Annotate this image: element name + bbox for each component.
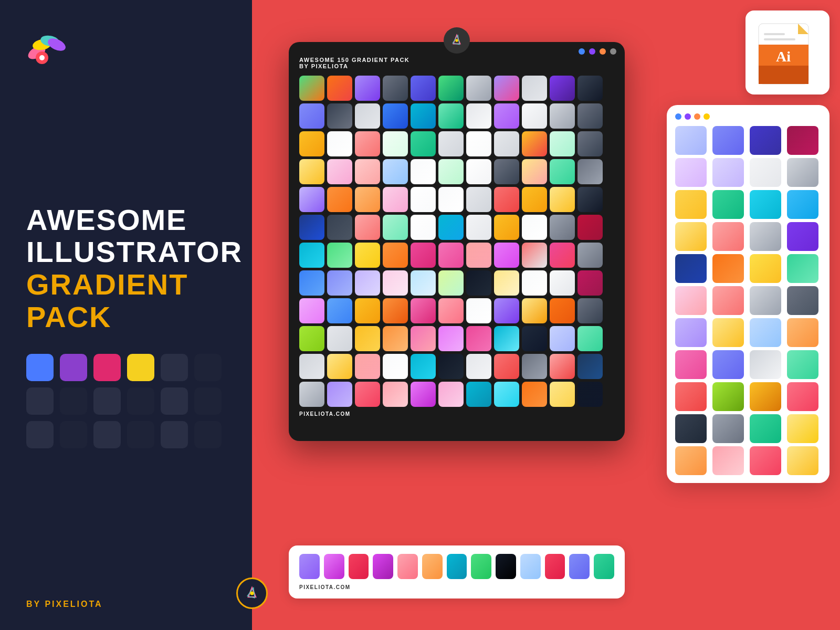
grad-swatch [550, 76, 575, 101]
bottom-swatch [373, 554, 393, 579]
grad-swatch [411, 215, 436, 240]
bottom-swatch [397, 554, 418, 579]
right-panel: Ai AWESOME 150 GRADIENT PACK BY PIXELIOT… [252, 0, 840, 630]
grad-swatch [494, 103, 519, 129]
grad-swatch [383, 103, 408, 129]
white-gradient-panel [667, 105, 830, 483]
white-grad-swatch [750, 350, 781, 379]
grad-swatch [438, 270, 464, 296]
grad-swatch [578, 159, 603, 184]
white-grad-swatch [712, 382, 744, 411]
bottom-swatch [471, 554, 491, 579]
grad-swatch [411, 131, 436, 156]
title-line-2: ILLUSTRATOR [26, 236, 226, 268]
grad-swatch [299, 103, 324, 129]
white-grad-swatch [787, 414, 818, 443]
grad-swatch [550, 354, 575, 379]
grad-swatch [438, 354, 464, 379]
grad-swatch [327, 103, 352, 129]
swatch-dark14 [194, 421, 222, 448]
white-grad-swatch [675, 318, 707, 347]
grad-swatch [438, 187, 464, 212]
swatch-dark4 [60, 387, 87, 415]
bottom-swatch [349, 554, 369, 579]
grad-swatch [355, 159, 380, 184]
grad-swatch [327, 243, 352, 268]
grad-swatch [411, 298, 436, 323]
grad-swatch [494, 243, 519, 268]
white-grad-swatch [750, 190, 781, 219]
grad-swatch [494, 159, 519, 184]
grad-swatch [438, 326, 464, 351]
grad-swatch [438, 76, 464, 101]
grad-swatch [383, 326, 408, 351]
grad-swatch [578, 187, 603, 212]
grad-swatch [438, 159, 464, 184]
grad-swatch [355, 270, 380, 296]
grad-swatch [466, 382, 491, 407]
white-grad-swatch [787, 382, 818, 411]
grad-swatch [522, 131, 547, 156]
white-grad-swatch [712, 254, 744, 283]
grad-swatch [522, 382, 547, 407]
white-grad-swatch [712, 286, 744, 315]
grad-swatch [355, 187, 380, 212]
ai-file-icon: Ai [756, 18, 819, 87]
swatch-dark8 [194, 387, 222, 415]
grad-swatch [466, 298, 491, 323]
title-line-1: AWESOME [26, 204, 226, 236]
white-grad-swatch [750, 446, 781, 475]
white-dot-blue [675, 113, 681, 120]
grad-swatch [355, 354, 380, 379]
grad-swatch [327, 298, 352, 323]
white-grad-swatch [675, 158, 707, 187]
grad-swatch [522, 215, 547, 240]
grad-swatch [522, 187, 547, 212]
grad-swatch [327, 382, 352, 407]
grad-swatch [494, 382, 519, 407]
grad-swatch [550, 159, 575, 184]
ai-file-icon-container: Ai [746, 10, 830, 94]
grad-swatch [494, 76, 519, 101]
grad-swatch [327, 131, 352, 156]
grad-swatch [355, 326, 380, 351]
bottom-swatch [496, 554, 516, 579]
grad-swatch [299, 76, 324, 101]
swatch-dark11 [93, 421, 121, 448]
grad-swatch [578, 270, 603, 296]
grad-swatch [299, 131, 324, 156]
swatch-dark13 [161, 421, 188, 448]
grad-swatch [494, 187, 519, 212]
bottom-swatch [594, 554, 614, 579]
grad-swatch [411, 243, 436, 268]
grad-swatch [383, 270, 408, 296]
svg-rect-13 [759, 68, 808, 84]
grad-swatch [466, 326, 491, 351]
swatch-dark1 [161, 354, 188, 381]
white-grad-swatch [712, 414, 744, 443]
color-swatches-grid [26, 354, 226, 448]
dark-panel-subtitle: BY PIXELIOTA [299, 63, 614, 69]
white-grad-swatch [712, 158, 744, 187]
grad-swatch [411, 76, 436, 101]
grad-swatch [327, 326, 352, 351]
white-grad-swatch [787, 190, 818, 219]
grad-swatch [383, 159, 408, 184]
grad-swatch [578, 243, 603, 268]
grad-swatch [299, 298, 324, 323]
bottom-swatches-row [299, 554, 614, 579]
grad-swatch [550, 298, 575, 323]
white-grad-swatch [787, 126, 818, 155]
dark-panel-footer: PIXELIOTA.COM [299, 411, 614, 417]
grad-swatch [522, 270, 547, 296]
grad-swatch [578, 103, 603, 129]
white-panel-dots [675, 113, 821, 120]
grad-swatch [494, 298, 519, 323]
white-grad-swatch [750, 286, 781, 315]
bottom-swatch [422, 554, 443, 579]
swatch-dark2 [194, 354, 222, 381]
bottom-footer-text: PIXELIOTA.COM [299, 584, 614, 590]
dark-gradient-panel: AWESOME 150 GRADIENT PACK BY PIXELIOTA [289, 42, 625, 441]
bottom-swatch [569, 554, 590, 579]
bottom-swatch [520, 554, 541, 579]
